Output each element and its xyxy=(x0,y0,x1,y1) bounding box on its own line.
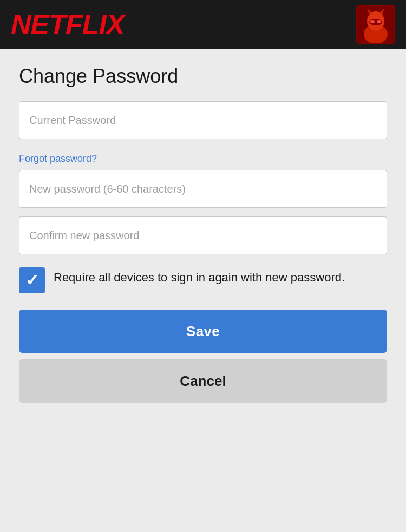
svg-point-4 xyxy=(370,20,375,23)
avatar-graphic xyxy=(357,6,394,43)
current-password-input[interactable] xyxy=(19,101,387,139)
require-signin-section: ✓ Require all devices to sign in again w… xyxy=(19,265,387,293)
app-header: NETFLIX xyxy=(0,0,406,49)
svg-point-5 xyxy=(377,20,381,23)
cancel-button[interactable]: Cancel xyxy=(19,359,387,403)
page-title: Change Password xyxy=(19,65,387,88)
new-password-input[interactable] xyxy=(19,170,387,208)
require-signin-label: Require all devices to sign in again wit… xyxy=(54,265,345,286)
netflix-logo: NETFLIX xyxy=(11,8,125,41)
confirm-password-input[interactable] xyxy=(19,216,387,254)
new-password-group xyxy=(19,170,387,208)
save-button[interactable]: Save xyxy=(19,310,387,353)
form-buttons: Save Cancel xyxy=(19,310,387,403)
require-signin-checkbox-container: ✓ xyxy=(19,267,45,293)
confirm-password-group xyxy=(19,216,387,254)
forgot-password-link[interactable]: Forgot password? xyxy=(19,153,97,165)
main-content: Change Password Forgot password? ✓ Requi… xyxy=(0,49,406,532)
current-password-group xyxy=(19,101,387,139)
avatar xyxy=(356,5,395,44)
